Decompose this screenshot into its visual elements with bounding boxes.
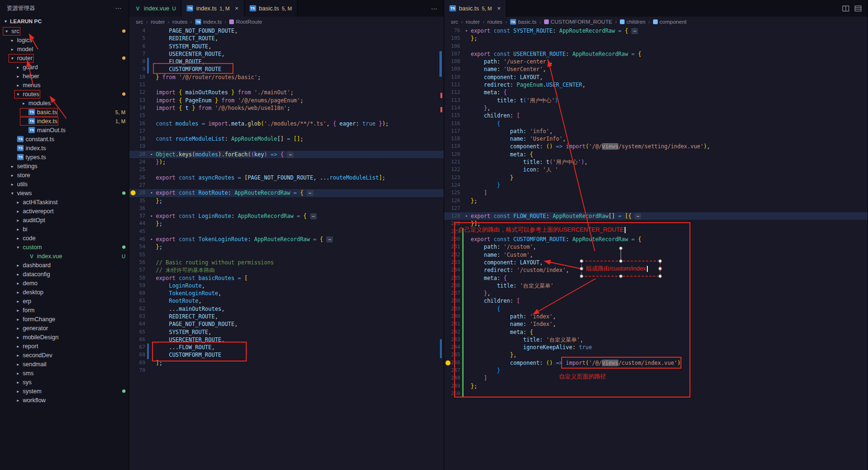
code-line-229[interactable]: 229 xyxy=(444,228,868,235)
tree-item-mobiledesign[interactable]: ▸mobileDesign xyxy=(0,333,129,342)
tree-item-acthitaskinst[interactable]: ▸actHiTaskinst xyxy=(0,198,129,207)
tree-item-constant-ts[interactable]: TSconstant.ts xyxy=(0,135,129,144)
code-line-20[interactable]: 20▸Object.keys(modules).forEach((key) =>… xyxy=(129,151,444,158)
tree-item-router[interactable]: ▾router xyxy=(0,54,129,63)
code-line-35[interactable]: 35}; xyxy=(129,197,444,205)
code-line-126[interactable]: 126}; xyxy=(444,197,868,205)
folded-region-ellipsis[interactable]: ⋯ xyxy=(326,236,333,243)
code-line-14[interactable]: 14import { t } from '/@/hooks/web/useI18… xyxy=(129,104,444,112)
code-line-65[interactable]: 65 SYSTEM_ROUTE, xyxy=(129,328,444,336)
code-line-27[interactable]: 27 xyxy=(129,181,444,189)
code-line-8[interactable]: 8 FLOW_ROUTE, xyxy=(129,58,444,65)
fold-chevron-icon[interactable]: ▸ xyxy=(149,212,155,220)
breadcrumb-item-src[interactable]: src xyxy=(451,19,458,25)
code-line-246[interactable]: 246 component: () => import('/@/views/cu… xyxy=(444,359,868,367)
code-line-9[interactable]: 9 CUSTOMFORM_ROUTE xyxy=(129,65,444,73)
code-line-122[interactable]: 122 icon: '人 ' xyxy=(444,166,868,173)
breadcrumb-item-router[interactable]: router xyxy=(465,19,480,25)
tree-item-generator[interactable]: ▸generator xyxy=(0,324,129,333)
code-line-57[interactable]: 57// 未经许可的基本路由 xyxy=(129,266,444,274)
tree-item-auditopt[interactable]: ▸auditOpt xyxy=(0,216,129,225)
code-line-106[interactable]: 106 xyxy=(444,43,868,50)
code-line-67[interactable]: 67 ...FLOW_ROUTE, xyxy=(129,343,444,351)
tree-item-bi[interactable]: ▸bi xyxy=(0,225,129,234)
code-line-236[interactable]: 236 title: '自定义菜单' xyxy=(444,282,868,289)
code-line-121[interactable]: 121 title: t('用户中心'), xyxy=(444,158,868,166)
tab-index-ts[interactable]: TSindex.ts1, M× xyxy=(181,0,244,17)
code-line-234[interactable]: 234 redirect: '/custom/index', xyxy=(444,266,868,274)
fold-chevron-icon[interactable]: ▸ xyxy=(149,189,155,197)
tree-item-basic-ts[interactable]: TSbasic.ts5, M xyxy=(0,108,129,117)
code-line-4[interactable]: 4 PAGE_NOT_FOUND_ROUTE, xyxy=(129,27,444,35)
code-line-119[interactable]: 119 component: () => import('/@/views/sy… xyxy=(444,143,868,150)
tree-item-modules[interactable]: ▸modules xyxy=(0,99,129,108)
code-line-64[interactable]: 64 PAGE_NOT_FOUND_ROUTE, xyxy=(129,320,444,328)
tree-item-mainout-ts[interactable]: TSmainOut.ts xyxy=(0,126,129,135)
code-line-13[interactable]: 13import { PageEnum } from '/@/enums/pag… xyxy=(129,97,444,104)
split-editor-icon[interactable] xyxy=(842,5,850,12)
tree-item-demo[interactable]: ▸demo xyxy=(0,279,129,288)
code-line-111[interactable]: 111 redirect: PageEnum.USER_CENTER, xyxy=(444,81,868,89)
tree-item-report[interactable]: ▸report xyxy=(0,342,129,351)
code-line-231[interactable]: 231 path: '/custom', xyxy=(444,243,868,251)
code-line-239[interactable]: 239 { xyxy=(444,305,868,313)
code-line-116[interactable]: 116 { xyxy=(444,120,868,127)
code-line-245[interactable]: 245 }, xyxy=(444,351,868,359)
code-line-128[interactable]: 128▸export const FLOW_ROUTE: AppRouteRec… xyxy=(444,212,868,220)
code-line-54[interactable]: 54}; xyxy=(129,243,444,251)
breadcrumb-item-router[interactable]: router xyxy=(151,19,165,25)
tree-item-seconddev[interactable]: ▸secondDev xyxy=(0,351,129,360)
breadcrumb-item-customform-route[interactable]: CUSTOMFORM_ROUTE xyxy=(544,19,612,25)
tree-item-code[interactable]: ▸code xyxy=(0,234,129,243)
tree-item-form[interactable]: ▸form xyxy=(0,306,129,315)
tree-item-types-ts[interactable]: TStypes.ts xyxy=(0,153,129,162)
code-line-248[interactable]: 248 ] xyxy=(444,374,868,382)
code-line-11[interactable]: 11 xyxy=(129,81,444,89)
code-line-125[interactable]: 125 ] xyxy=(444,189,868,197)
code-line-110[interactable]: 110 component: LAYOUT, xyxy=(444,73,868,81)
editor-layout-icon[interactable] xyxy=(854,5,862,12)
tree-item-activereport[interactable]: ▸activereport xyxy=(0,207,129,216)
code-line-5[interactable]: 5 REDIRECT_ROUTE, xyxy=(129,35,444,42)
tab-index-vue[interactable]: Vindex.vueU xyxy=(129,0,181,17)
code-line-123[interactable]: 123 } xyxy=(444,174,868,181)
fold-chevron-icon[interactable]: ▸ xyxy=(149,235,155,243)
code-line-61[interactable]: 61 RootRoute, xyxy=(129,297,444,305)
code-line-120[interactable]: 120 meta: { xyxy=(444,151,868,158)
code-line-112[interactable]: 112 meta: { xyxy=(444,89,868,96)
code-line-16[interactable]: 16const modules = import.meta.glob('./mo… xyxy=(129,120,444,127)
code-line-12[interactable]: 12import { mainOutRoutes } from './mainO… xyxy=(129,89,444,96)
tree-item-views[interactable]: ▾views xyxy=(0,189,129,198)
code-line-247[interactable]: 247 } xyxy=(444,367,868,374)
lightbulb-icon[interactable] xyxy=(446,361,450,365)
code-line-45[interactable]: 45 xyxy=(129,228,444,235)
code-line-66[interactable]: 66 USERCENTER_ROUTE, xyxy=(129,336,444,343)
tree-item-sys[interactable]: ▸sys xyxy=(0,378,129,387)
folded-region-ellipsis[interactable]: ⋯ xyxy=(307,190,313,196)
tree-item-erp[interactable]: ▸erp xyxy=(0,297,129,306)
close-icon[interactable]: × xyxy=(235,5,239,12)
code-line-237[interactable]: 237 }, xyxy=(444,289,868,297)
code-line-107[interactable]: 107export const USERCENTER_ROUTE: AppRou… xyxy=(444,50,868,58)
code-line-118[interactable]: 118 name: 'UserInfo', xyxy=(444,135,868,143)
code-line-69[interactable]: 69]; xyxy=(129,359,444,367)
code-line-70[interactable]: 70 xyxy=(129,367,444,374)
tree-item-logics[interactable]: ▸logics xyxy=(0,36,129,45)
tree-item-custom[interactable]: ▾custom xyxy=(0,243,129,252)
breadcrumb-item-children[interactable]: children xyxy=(620,19,645,25)
code-line-25[interactable]: 25 xyxy=(129,166,444,173)
tree-item-sendmail[interactable]: ▸sendmail xyxy=(0,360,129,369)
tree-item-guard[interactable]: ▸guard xyxy=(0,63,129,72)
workspace-root[interactable]: ▾ LEARUN PC xyxy=(0,16,129,27)
code-editor-index-ts[interactable]: 4 PAGE_NOT_FOUND_ROUTE,5 REDIRECT_ROUTE,… xyxy=(129,27,444,470)
code-line-58[interactable]: 58export const basicRoutes = [ xyxy=(129,274,444,282)
fold-chevron-icon[interactable]: ▸ xyxy=(464,212,470,220)
code-line-124[interactable]: 124 } xyxy=(444,181,868,189)
tab-basic-ts[interactable]: TSbasic.ts5, M× xyxy=(444,0,506,17)
code-line-6[interactable]: 6 SYSTEM_ROUTE, xyxy=(129,43,444,50)
tree-item-model[interactable]: ▸model xyxy=(0,45,129,54)
tree-item-index-ts[interactable]: TSindex.ts xyxy=(0,144,129,153)
fold-chevron-icon[interactable]: ▸ xyxy=(149,151,155,158)
code-line-228[interactable]: 228}]; xyxy=(444,220,868,227)
code-line-7[interactable]: 7 USERCENTER_ROUTE, xyxy=(129,50,444,58)
